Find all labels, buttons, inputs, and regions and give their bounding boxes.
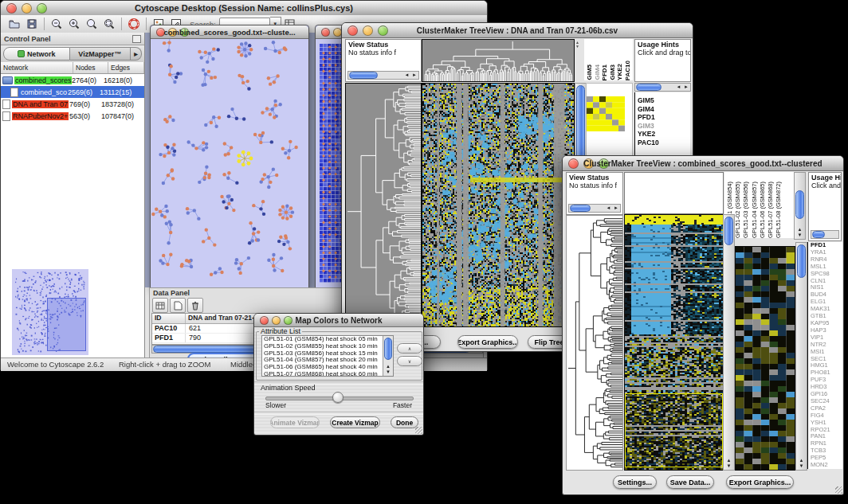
- scrollbar-thumb[interactable]: [724, 217, 733, 245]
- attribute-list-vscrollbar[interactable]: ▲▼: [383, 336, 393, 376]
- delete-attribute-icon[interactable]: [187, 298, 203, 313]
- tv2-button-save-data-[interactable]: Save Data...: [666, 475, 714, 489]
- tab-overflow-arrow[interactable]: ▶: [131, 47, 142, 61]
- tv1-titlebar[interactable]: ClusterMaker TreeView : DNA and Tran 07-…: [342, 23, 693, 38]
- scrollbar-thumb[interactable]: [384, 338, 392, 360]
- view-status-title: View Status: [567, 173, 622, 182]
- save-icon[interactable]: [24, 17, 40, 31]
- map-colors-dialog[interactable]: Map Colors to Network Attribute List GPL…: [253, 313, 424, 436]
- scrollbar-thumb[interactable]: [795, 190, 804, 219]
- scrollbar-thumb[interactable]: [636, 84, 662, 91]
- scrollbar-arrows-icon[interactable]: ▲▼: [795, 227, 805, 238]
- tv2-gene-labels: PFD1YRA1RNR4MSL1SPC98CLN1NIS1BUD4ELG1MAK…: [807, 242, 842, 469]
- status-message: Welcome to Cytoscape 2.6.2: [7, 360, 104, 369]
- scrollbar-thumb[interactable]: [349, 72, 378, 79]
- row-label[interactable]: PAC10: [635, 139, 690, 147]
- control-panel-tabs: Network VizMapper™ ▶: [1, 45, 144, 62]
- column-label: GIM5: [586, 64, 594, 80]
- tv2-button-export-graphics-[interactable]: Export Graphics...: [726, 475, 794, 489]
- tv1-left-dendrogram[interactable]: [345, 83, 422, 327]
- help-icon[interactable]: [126, 17, 142, 31]
- dialog-titlebar[interactable]: Map Colors to Network: [254, 314, 423, 327]
- tv1-heatmap[interactable]: [422, 83, 575, 327]
- row-label[interactable]: GIM5: [635, 96, 690, 105]
- float-panel-icon[interactable]: [132, 35, 141, 43]
- tv2-titlebar[interactable]: ClusterMaker TreeView : combined_scores_…: [563, 156, 843, 171]
- network-list-row[interactable]: DNA and Tran 07769(0)183728(0): [1, 98, 144, 110]
- view-status-hscrollbar[interactable]: ◄ ►: [568, 204, 621, 213]
- scrollbar-thumb[interactable]: [570, 205, 591, 212]
- zoom-in-icon[interactable]: [66, 17, 82, 31]
- scrollbar-arrows-icon[interactable]: ◄ ►: [606, 205, 619, 211]
- scrollbar-arrows-icon[interactable]: ◄ ►: [676, 84, 689, 90]
- network-list-row[interactable]: combined_scores2764(0)16218(0): [1, 74, 144, 86]
- network-canvas[interactable]: [151, 39, 307, 287]
- row-label[interactable]: GIM3: [635, 122, 690, 131]
- tv1-top-dendrogram[interactable]: [422, 39, 575, 82]
- open-icon[interactable]: [6, 17, 22, 31]
- birdseye-canvas[interactable]: [12, 269, 88, 355]
- view-status-text: No status info f: [346, 49, 421, 57]
- tab-network[interactable]: Network: [3, 47, 70, 61]
- gene-label[interactable]: MON2: [808, 462, 842, 469]
- done-button[interactable]: Done: [391, 416, 418, 428]
- toolbar-separator: [44, 18, 45, 30]
- main-titlebar[interactable]: Cytoscape Desktop (Session Name: collins…: [1, 1, 487, 16]
- tv2-top-dendrogram-area[interactable]: [624, 172, 724, 214]
- attribute-list-item[interactable]: GPL51-07 (GSM868) heat shock 60 min: [262, 371, 393, 377]
- resize-grip[interactable]: [835, 486, 842, 494]
- tv1-correlation-matrix[interactable]: [587, 96, 625, 131]
- scrollbar-thumb[interactable]: [812, 231, 825, 238]
- tv2-button-settings-[interactable]: Settings...: [613, 475, 657, 489]
- scrollbar-arrows-icon[interactable]: ▲▼: [796, 458, 807, 469]
- status-hint-zoom: Right-click + drag to ZOOM: [119, 360, 210, 369]
- tv1-button-export-graphics-[interactable]: Export Graphics...: [457, 335, 518, 349]
- animate-vizmap-button[interactable]: Animate Vizmap: [270, 416, 320, 428]
- create-vizmap-button[interactable]: Create Vizmap: [330, 416, 380, 428]
- network-view-window[interactable]: combined_scores_good.txt--cluste...: [150, 25, 309, 289]
- control-panel: Control Panel Network VizMapper™ ▶ Netwo…: [1, 33, 145, 357]
- splitter-arrows-icon[interactable]: ▲▼: [575, 41, 579, 49]
- network-edges-count: 13112(15): [100, 88, 144, 96]
- resize-grip[interactable]: [415, 427, 422, 434]
- network-name: DNA and Tran 07: [12, 100, 69, 108]
- scrollbar-thumb[interactable]: [576, 85, 585, 160]
- network-list-row[interactable]: combined_sco2569(6)13112(15): [1, 86, 144, 98]
- tv2-heatmap-vscrollbar[interactable]: ▲▼: [723, 214, 735, 471]
- tv2-heatmap[interactable]: [624, 214, 724, 471]
- attribute-listbox[interactable]: GPL51-01 (GSM854) heat shock 05 minGPL51…: [261, 335, 394, 377]
- attribute-select-icon[interactable]: [152, 298, 168, 313]
- row-value: 621: [186, 324, 201, 333]
- tv2-labels-vscrollbar[interactable]: ▲▼: [794, 172, 806, 240]
- row-label[interactable]: GIM4: [635, 105, 690, 114]
- treeview-window-combined[interactable]: ClusterMaker TreeView : combined_scores_…: [562, 155, 844, 495]
- move-up-button[interactable]: ∧: [397, 343, 422, 354]
- tv2-genelist-vscrollbar[interactable]: ▲▼: [795, 242, 807, 471]
- tv2-secondary-heatmap[interactable]: [735, 246, 795, 471]
- view-status-hscrollbar[interactable]: ◄ ►: [347, 71, 419, 80]
- tv1-usage-hscrollbar[interactable]: ◄ ►: [634, 83, 691, 92]
- scrollbar-arrows-icon[interactable]: ▲▼: [724, 458, 734, 469]
- new-attribute-icon[interactable]: [170, 298, 186, 313]
- tab-vizmapper[interactable]: VizMapper™: [70, 47, 132, 61]
- close-button[interactable]: [321, 28, 330, 37]
- move-down-button[interactable]: ∨: [397, 356, 422, 366]
- zoom-out-icon[interactable]: [49, 17, 65, 31]
- row-label[interactable]: YKE2: [635, 130, 690, 139]
- network-file-icon: [10, 88, 18, 97]
- dialog-title: Map Colors to Network: [254, 314, 423, 326]
- row-label[interactable]: PFD1: [635, 113, 690, 122]
- tv2-left-dendrogram[interactable]: [566, 215, 623, 471]
- scrollbar-thumb[interactable]: [797, 244, 806, 278]
- network-list-row[interactable]: RNAPuberNov2+563(0)107847(0): [1, 110, 144, 122]
- tv1-usage-hints-panel: Usage Hints Click and drag to: [634, 39, 691, 82]
- network-view-titlebar[interactable]: combined_scores_good.txt--cluste...: [151, 25, 308, 39]
- network-tab-icon: [18, 50, 25, 57]
- zoom-region-icon[interactable]: [101, 17, 117, 31]
- zoom-fit-icon[interactable]: [84, 17, 100, 31]
- usage-hints-hscrollbar[interactable]: [811, 230, 839, 239]
- scrollbar-arrows-icon[interactable]: ◄ ►: [404, 72, 418, 78]
- network-edges-count: 183728(0): [101, 100, 144, 108]
- scrollbar-arrows-icon[interactable]: ▲▼: [383, 364, 393, 375]
- slider-thumb[interactable]: [332, 392, 344, 403]
